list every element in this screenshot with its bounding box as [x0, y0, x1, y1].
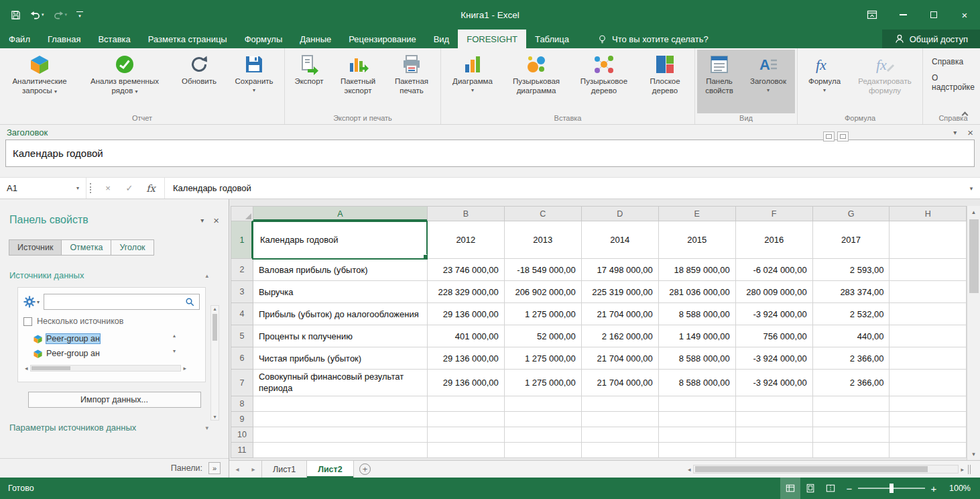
redo-button[interactable]: ▾ — [50, 5, 72, 24]
cell[interactable]: 228 329 000,00 — [427, 281, 504, 303]
close-button[interactable]: × — [949, 0, 980, 30]
header-mini-button-2[interactable] — [837, 131, 849, 142]
scrollbar-thumb[interactable] — [32, 366, 70, 370]
tab-mark[interactable]: Отметка — [61, 239, 111, 256]
cell[interactable] — [890, 259, 967, 281]
cell[interactable]: 1 275 000,00 — [504, 303, 581, 325]
row-header[interactable]: 10 — [231, 427, 253, 443]
cell[interactable] — [890, 221, 967, 259]
cell[interactable]: 2 593,00 — [812, 259, 890, 281]
cell[interactable]: 2017 — [812, 221, 890, 259]
save-button[interactable] — [7, 5, 25, 24]
cell[interactable]: 23 746 000,00 — [427, 259, 504, 281]
cell[interactable] — [812, 412, 890, 427]
cell[interactable] — [427, 427, 504, 443]
cell[interactable]: 2 366,00 — [812, 370, 890, 396]
minimize-button[interactable] — [887, 0, 918, 30]
tab-review[interactable]: Рецензирование — [340, 30, 424, 48]
cell[interactable]: -6 024 000,00 — [735, 259, 812, 281]
scrollbar-track[interactable] — [693, 465, 959, 474]
batch-print-button[interactable]: Пакетная печать — [385, 50, 438, 113]
zoom-slider-thumb[interactable] — [890, 484, 894, 493]
panel-close-icon[interactable]: × — [967, 127, 973, 138]
cell[interactable] — [253, 443, 427, 458]
cell[interactable] — [812, 443, 890, 458]
cell[interactable]: 2 366,00 — [812, 347, 890, 370]
row-header[interactable]: 1 — [231, 221, 253, 259]
collapse-ribbon-button[interactable] — [957, 108, 972, 119]
cell[interactable] — [658, 412, 735, 427]
import-data-button[interactable]: Импорт данных... — [28, 392, 201, 408]
tab-source[interactable]: Источник — [9, 239, 62, 256]
cell[interactable]: 52 000,00 — [504, 325, 581, 347]
column-header-h[interactable]: H — [890, 207, 967, 221]
cell[interactable]: -3 924 000,00 — [735, 347, 812, 370]
cell[interactable]: 29 136 000,00 — [427, 303, 504, 325]
cell[interactable]: Проценты к получению — [253, 325, 427, 347]
formula-button[interactable]: fx Формула ▾ — [800, 50, 849, 113]
cell[interactable]: 280 009 000,00 — [735, 281, 812, 303]
cell[interactable] — [735, 412, 812, 427]
row-header[interactable]: 11 — [231, 443, 253, 458]
tell-me-box[interactable]: Что вы хотите сделать? — [589, 30, 717, 48]
confirm-entry-icon[interactable]: ✓ — [119, 183, 140, 193]
cell[interactable]: 2015 — [658, 221, 735, 259]
tab-foresight[interactable]: FORESIGHT — [458, 30, 526, 48]
scroll-left-icon[interactable]: ◂ — [688, 466, 691, 473]
cell[interactable]: 17 498 000,00 — [581, 259, 658, 281]
cell[interactable] — [890, 347, 967, 370]
formula-input[interactable]: Календарь годовой — [164, 178, 963, 199]
zoom-in-button[interactable]: + — [925, 483, 942, 494]
column-header-c[interactable]: C — [504, 207, 581, 221]
cell[interactable]: 440,00 — [812, 325, 890, 347]
panel-vertical-scrollbar[interactable]: ▴ ▾ — [210, 305, 219, 421]
undo-button[interactable]: ▾ — [26, 5, 48, 24]
cell[interactable]: 2 162 000,00 — [581, 325, 658, 347]
header-text-input[interactable]: Календарь годовой — [5, 140, 975, 167]
scroll-up-icon[interactable]: ▴ — [213, 306, 216, 312]
cancel-entry-icon[interactable]: × — [97, 183, 119, 193]
source-list-item[interactable]: Peer-group ан — [23, 331, 188, 346]
column-header-d[interactable]: D — [581, 207, 658, 221]
tab-page-layout[interactable]: Разметка страницы — [139, 30, 236, 48]
cell[interactable]: 29 136 000,00 — [427, 347, 504, 370]
tab-scroll-splitter[interactable] — [968, 465, 971, 474]
cell[interactable]: 21 704 000,00 — [581, 370, 658, 396]
row-header[interactable]: 8 — [231, 396, 253, 412]
cell[interactable]: 225 319 000,00 — [581, 281, 658, 303]
search-input[interactable] — [48, 297, 185, 307]
scroll-up-icon[interactable]: ▴ — [967, 206, 980, 218]
row-header[interactable]: 6 — [231, 347, 253, 370]
scroll-down-icon[interactable]: ▾ — [173, 348, 176, 354]
scroll-down-icon[interactable]: ▾ — [967, 448, 980, 460]
cell[interactable] — [581, 396, 658, 412]
time-series-analysis-button[interactable]: Анализ временных рядов ▾ — [77, 50, 172, 113]
sheet-nav-right-icon[interactable]: ▸ — [245, 461, 261, 478]
bubble-tree-button[interactable]: Пузырьковое дерево — [570, 50, 637, 113]
cell[interactable] — [890, 412, 967, 427]
cell[interactable] — [735, 427, 812, 443]
column-header-b[interactable]: B — [427, 207, 504, 221]
cell[interactable] — [504, 443, 581, 458]
zoom-out-button[interactable]: − — [841, 483, 858, 494]
save-report-button[interactable]: Сохранить ▾ — [226, 50, 282, 113]
cell[interactable] — [253, 427, 427, 443]
zoom-slider[interactable] — [858, 478, 925, 499]
new-sheet-button[interactable]: + — [354, 461, 377, 478]
cell[interactable] — [427, 396, 504, 412]
cell[interactable]: 21 704 000,00 — [581, 347, 658, 370]
tab-data[interactable]: Данные — [291, 30, 340, 48]
properties-panel-toggle-button[interactable]: Панель свойств — [697, 50, 741, 113]
column-header-a[interactable]: A — [253, 207, 427, 221]
panels-expand-button[interactable]: » — [208, 462, 221, 474]
normal-view-button[interactable] — [780, 478, 800, 499]
row-header[interactable]: 7 — [231, 370, 253, 396]
batch-export-button[interactable]: Пакетный экспорт — [331, 50, 385, 113]
panel-collapse-icon[interactable]: ▾ — [200, 217, 204, 224]
row-header[interactable]: 2 — [231, 259, 253, 281]
export-button[interactable]: Экспорт — [287, 50, 331, 113]
header-mini-button-1[interactable] — [823, 131, 835, 142]
scrollbar-track[interactable] — [30, 365, 182, 372]
ribbon-display-options-button[interactable] — [857, 0, 887, 30]
cell[interactable] — [427, 443, 504, 458]
